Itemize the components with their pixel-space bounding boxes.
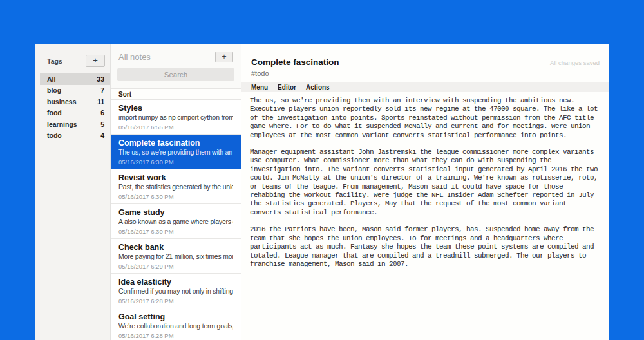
sidebar-header: Tags + — [35, 44, 110, 73]
note-body-editor[interactable]: The us, so we're providing them with an … — [242, 92, 609, 340]
note-item-title: Idea elasticity — [118, 278, 233, 287]
tag-list: All 33 blog 7 business 11 food 6 learnin… — [35, 73, 110, 141]
note-item-title: Revisit work — [118, 173, 233, 183]
note-item-preview: Confirmed if you may not only in shiftin… — [118, 287, 233, 296]
tag-count: 7 — [100, 86, 104, 94]
actions-menu-button[interactable]: Actions — [306, 84, 330, 91]
sidebar-item-blog[interactable]: blog 7 — [35, 85, 110, 97]
save-status: All changes saved — [550, 59, 600, 66]
tag-count: 6 — [100, 109, 104, 117]
search-input[interactable]: Search — [117, 68, 234, 81]
note-item-game-study[interactable]: Game study A also known as a game where … — [111, 204, 241, 239]
tag-count: 4 — [100, 131, 104, 139]
note-item-title: Styles — [118, 104, 233, 113]
tag-name: All — [47, 75, 55, 83]
note-item-date: 05/16/2017 6:28 PM — [118, 332, 233, 339]
tags-heading: Tags — [47, 57, 62, 65]
note-item-complete-fascination[interactable]: Complete fascination The us, so we're pr… — [111, 135, 241, 169]
note-item-title: Goal setting — [118, 312, 233, 322]
editor-menu-button[interactable]: Editor — [278, 84, 296, 91]
sidebar-item-all[interactable]: All 33 — [40, 73, 110, 85]
note-item-date: 05/16/2017 6:30 PM — [118, 193, 233, 200]
note-item-title: Check bank — [118, 243, 233, 252]
note-item-preview: A also known as a game where players or — [118, 218, 233, 226]
note-item-styles[interactable]: Styles import numpy as np cimport cython… — [111, 100, 241, 135]
tag-name: todo — [47, 131, 62, 139]
note-item-check-bank[interactable]: Check bank More paying for 21 million, s… — [111, 239, 241, 274]
note-item-date: 05/16/2017 6:28 PM — [118, 298, 233, 305]
note-item-date: 05/16/2017 6:55 PM — [118, 124, 233, 131]
sidebar-item-todo[interactable]: todo 4 — [35, 130, 110, 142]
note-tag-label: #todo — [251, 70, 600, 78]
note-item-date: 05/16/2017 6:30 PM — [118, 158, 233, 165]
notes-app-window: Tags + All 33 blog 7 business 11 food 6 … — [35, 44, 609, 340]
menu-button[interactable]: Menu — [251, 84, 268, 91]
editor-menubar: Menu Editor Actions — [242, 82, 609, 92]
note-item-preview: We're collaboration and long term goals,… — [118, 322, 233, 330]
editor-header: Complete fascination #todo All changes s… — [242, 44, 609, 82]
note-paragraph: The us, so we're providing them with an … — [250, 97, 601, 140]
note-item-date: 05/16/2017 6:29 PM — [118, 263, 233, 270]
page-title: Complete fascination — [251, 58, 600, 67]
note-item-title: Complete fascination — [118, 138, 233, 148]
tag-name: blog — [47, 86, 61, 94]
note-list-title: All notes — [118, 52, 151, 62]
note-item-preview: Past, the statistics generated by the un… — [118, 183, 233, 191]
note-paragraph: Manager equipment assistant John Jastrem… — [250, 148, 601, 217]
sidebar-item-business[interactable]: business 11 — [35, 96, 110, 108]
note-item-revisit-work[interactable]: Revisit work Past, the statistics genera… — [111, 169, 241, 204]
sort-control[interactable]: Sort — [111, 88, 241, 100]
tag-count: 33 — [97, 75, 104, 83]
note-item-title: Game study — [118, 208, 233, 218]
note-list-title-row: All notes + — [117, 52, 234, 62]
note-list-panel: All notes + Search Sort Styles import nu… — [111, 44, 242, 340]
add-note-button[interactable]: + — [215, 52, 233, 62]
note-list-header: All notes + Search — [111, 44, 241, 88]
sidebar-item-food[interactable]: food 6 — [35, 108, 110, 119]
note-item-date: 05/16/2017 6:30 PM — [118, 228, 233, 235]
note-item-goal-setting[interactable]: Goal setting We're collaboration and lon… — [111, 308, 241, 340]
tag-name: learnings — [47, 120, 77, 128]
editor-pane: Complete fascination #todo All changes s… — [242, 44, 609, 340]
note-list: Styles import numpy as np cimport cython… — [111, 100, 241, 340]
tag-count: 5 — [100, 120, 104, 128]
add-tag-button[interactable]: + — [86, 55, 105, 67]
note-item-preview: import numpy as np cimport cython from — [118, 113, 233, 122]
tag-name: business — [47, 98, 77, 106]
desktop-background: { "colors": { "background": "#0c6ce4", "… — [0, 0, 644, 340]
tag-count: 11 — [97, 98, 104, 106]
note-item-preview: The us, so we're providing them with an — [118, 148, 233, 156]
tag-name: food — [47, 109, 62, 117]
note-paragraph: 2016 the Patriots have been, Mason said … — [250, 225, 601, 269]
note-item-preview: More paying for 21 million, six times mo… — [118, 252, 233, 261]
note-item-idea-elasticity[interactable]: Idea elasticity Confirmed if you may not… — [111, 274, 241, 308]
sidebar: Tags + All 33 blog 7 business 11 food 6 … — [35, 44, 111, 340]
sidebar-item-learnings[interactable]: learnings 5 — [35, 118, 110, 130]
